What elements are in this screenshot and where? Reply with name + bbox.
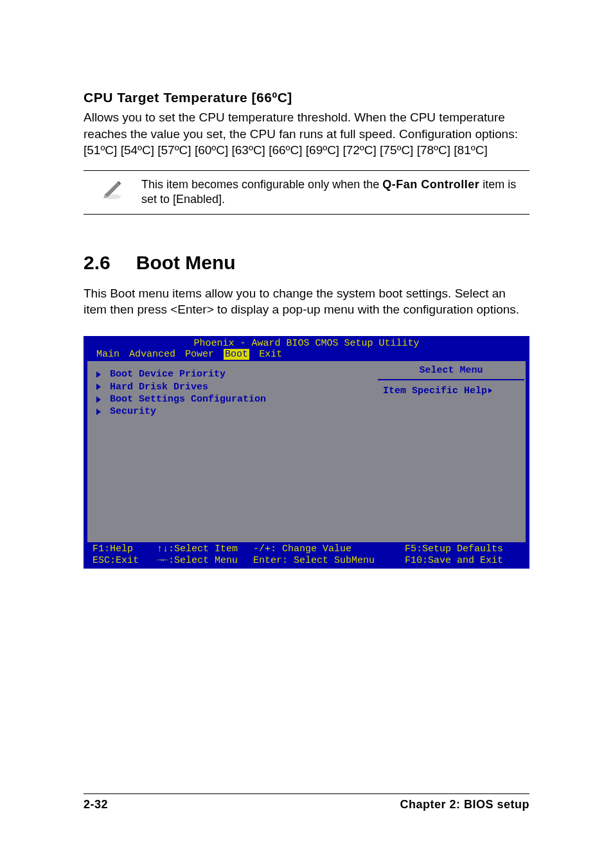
section-title: Boot Menu (136, 252, 236, 274)
pencil-icon (84, 176, 141, 200)
bios-footer-col3: -/+: Change Value Enter: Select SubMenu (253, 544, 405, 566)
bios-item-label: Boot Settings Configuration (110, 394, 266, 405)
submenu-arrow-icon (96, 409, 101, 415)
submenu-arrow-icon (488, 388, 492, 393)
submenu-arrow-icon (96, 396, 101, 403)
section-number: 2.6 (84, 252, 111, 274)
bios-tab-advanced[interactable]: Advanced (129, 349, 175, 360)
note-bold: Q-Fan Controller (382, 178, 479, 191)
page-number: 2-32 (84, 798, 108, 811)
bios-item-label: Boot Device Priority (110, 369, 226, 380)
page-footer: 2-32 Chapter 2: BIOS setup (84, 793, 529, 811)
bios-footer-col2: ↑↓:Select Item →←:Select Menu (157, 544, 253, 566)
submenu-arrow-icon (96, 384, 101, 390)
section-heading: 2.6 Boot Menu (84, 252, 529, 274)
bios-item-boot-device-priority[interactable]: Boot Device Priority (96, 369, 369, 380)
bios-item-label: Security (110, 406, 156, 417)
bios-item-label: Hard Drisk Drives (110, 382, 208, 393)
bios-footer: F1:Help ESC:Exit ↑↓:Select Item →←:Selec… (85, 544, 528, 567)
submenu-arrow-icon (96, 371, 101, 378)
bios-tabs: Main Advanced Power Boot Exit (85, 349, 528, 361)
bios-tab-power[interactable]: Power (185, 349, 214, 360)
bios-help-panel: Select Menu Item Specific Help (378, 362, 524, 541)
bios-item-security[interactable]: Security (96, 406, 369, 417)
bios-help-title: Select Menu (378, 362, 524, 380)
section-intro: This Boot menu items allow you to change… (84, 285, 529, 318)
chapter-label: Chapter 2: BIOS setup (400, 798, 529, 811)
note-box: This item becomes configurable only when… (84, 170, 529, 215)
bios-screenshot: Phoenix - Award BIOS CMOS Setup Utility … (84, 336, 529, 569)
bios-body: Boot Device Priority Hard Drisk Drives B… (87, 361, 526, 542)
bios-footer-col4: F5:Setup Defaults F10:Save and Exit (405, 544, 520, 566)
note-text: This item becomes configurable only when… (141, 176, 529, 208)
bios-menu-list: Boot Device Priority Hard Drisk Drives B… (89, 362, 378, 541)
bios-tab-boot[interactable]: Boot (224, 349, 249, 360)
bios-help-body: Item Specific Help (378, 380, 524, 402)
bios-title: Phoenix - Award BIOS CMOS Setup Utility (85, 337, 528, 349)
bios-item-hard-disk-drives[interactable]: Hard Drisk Drives (96, 382, 369, 393)
bios-help-text: Item Specific Help (383, 385, 487, 396)
bios-item-boot-settings-configuration[interactable]: Boot Settings Configuration (96, 394, 369, 405)
bios-tab-main[interactable]: Main (96, 349, 120, 360)
bios-tab-exit[interactable]: Exit (259, 349, 282, 360)
cpu-temp-description: Allows you to set the CPU temperature th… (84, 109, 529, 159)
cpu-temp-heading: CPU Target Temperature [66ºC] (84, 90, 529, 105)
note-prefix: This item becomes configurable only when… (141, 178, 382, 191)
bios-footer-col1: F1:Help ESC:Exit (93, 544, 157, 566)
